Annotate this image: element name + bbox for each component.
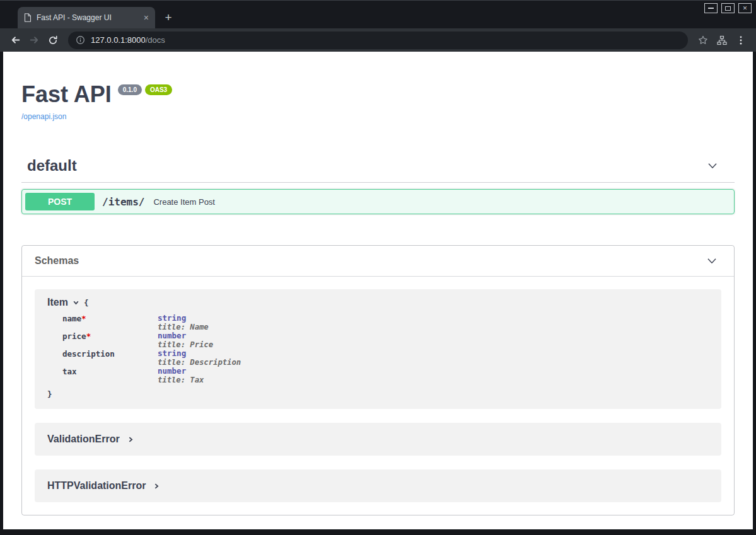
property-type: number	[158, 367, 204, 376]
version-badge: 0.1.0	[118, 84, 142, 95]
property-info: number title: Price	[158, 331, 213, 349]
brace-close: }	[47, 389, 709, 399]
chevron-right-icon[interactable]	[127, 436, 134, 443]
property-name: tax	[62, 367, 158, 384]
property-type: number	[158, 331, 213, 340]
brace-open: {	[84, 298, 89, 308]
chevron-down-icon[interactable]	[705, 254, 719, 268]
schemas-title: Schemas	[35, 255, 79, 267]
url-path: /docs	[146, 35, 165, 45]
required-star: *	[81, 314, 86, 323]
close-icon: ✕	[743, 6, 748, 11]
url-text: 127.0.0.1:8000/docs	[91, 35, 165, 45]
endpoint-summary: Create Item Post	[153, 197, 215, 207]
tag-section-default[interactable]: default	[21, 157, 735, 183]
page-title: Fast API	[21, 83, 112, 106]
model-properties: name* string title: Name price* number	[62, 314, 709, 384]
schemas-header[interactable]: Schemas	[22, 246, 734, 277]
property-info: number title: Tax	[158, 367, 204, 384]
browser-window: Fast API - Swagger UI × + ✕ 127.0.0.1:80…	[0, 0, 756, 535]
swagger-ui: Fast API 0.1.0 OAS3 /openapi.json defaul…	[3, 52, 753, 515]
schema-property-row: price* number title: Price	[62, 331, 709, 349]
openapi-spec-link[interactable]: /openapi.json	[21, 112, 66, 121]
property-title: title: Tax	[158, 376, 204, 384]
extension-sitemap-icon[interactable]	[713, 32, 731, 49]
property-name: name*	[62, 314, 158, 331]
model-name: HTTPValidationError	[47, 480, 146, 492]
tab-close-icon[interactable]: ×	[142, 13, 150, 22]
required-star: *	[86, 331, 91, 341]
endpoint-path: /items/	[102, 196, 144, 208]
property-info: string title: Description	[158, 349, 241, 367]
model-item-header[interactable]: Item {	[47, 297, 709, 308]
window-frame-bottom	[0, 529, 756, 535]
page-viewport: Fast API 0.1.0 OAS3 /openapi.json defaul…	[3, 52, 753, 529]
bookmark-star-icon[interactable]	[694, 32, 712, 49]
property-type: string	[158, 314, 209, 323]
opblock-post-items: POST /items/ Create Item Post	[21, 189, 735, 214]
browser-toolbar: 127.0.0.1:8000/docs	[0, 28, 756, 52]
property-info: string title: Name	[158, 314, 209, 331]
minimize-button[interactable]	[704, 3, 718, 13]
reload-button[interactable]	[44, 32, 62, 49]
schema-property-row: description string title: Description	[62, 349, 709, 367]
schema-property-row: name* string title: Name	[62, 314, 709, 331]
maximize-button[interactable]	[721, 3, 735, 13]
schemas-section: Schemas Item {	[21, 245, 735, 515]
url-host: 127.0.0.1:8000	[91, 35, 146, 45]
api-title-block: Fast API 0.1.0 OAS3	[21, 83, 735, 106]
model-httpvalidationerror[interactable]: HTTPValidationError	[35, 469, 721, 502]
tab-title: Fast API - Swagger UI	[37, 13, 137, 22]
page-document-icon	[24, 13, 32, 22]
property-type: string	[158, 349, 241, 358]
http-method-badge: POST	[25, 193, 95, 210]
window-controls: ✕	[704, 3, 752, 13]
forward-button[interactable]	[25, 32, 43, 49]
maximize-icon	[725, 6, 731, 11]
schemas-body: Item { name* string title: N	[22, 277, 734, 515]
opblock-summary[interactable]: POST /items/ Create Item Post	[22, 190, 734, 214]
address-bar[interactable]: 127.0.0.1:8000/docs	[68, 32, 688, 49]
new-tab-button[interactable]: +	[160, 9, 177, 26]
back-button[interactable]	[6, 32, 24, 49]
chevron-down-icon[interactable]	[706, 159, 719, 173]
chevron-right-icon[interactable]	[153, 483, 160, 490]
titlebar: Fast API - Swagger UI × + ✕	[0, 1, 756, 28]
schema-property-row: tax number title: Tax	[62, 367, 709, 384]
model-name: ValidationError	[47, 434, 120, 445]
model-item: Item { name* string title: N	[35, 289, 721, 409]
property-name: description	[62, 349, 158, 367]
tag-name: default	[27, 157, 77, 175]
close-window-button[interactable]: ✕	[738, 3, 752, 13]
model-name: Item	[47, 297, 68, 308]
oas-badge: OAS3	[145, 84, 172, 95]
property-title: title: Description	[158, 358, 241, 367]
property-title: title: Price	[158, 340, 213, 349]
minimize-icon	[708, 8, 714, 9]
browser-menu-icon[interactable]	[732, 32, 750, 49]
property-title: title: Name	[158, 323, 209, 331]
property-name: price*	[62, 331, 158, 349]
model-validationerror[interactable]: ValidationError	[35, 423, 721, 456]
site-info-icon[interactable]	[76, 35, 85, 45]
browser-tab[interactable]: Fast API - Swagger UI ×	[18, 7, 155, 28]
chevron-down-small-icon[interactable]	[73, 299, 79, 306]
